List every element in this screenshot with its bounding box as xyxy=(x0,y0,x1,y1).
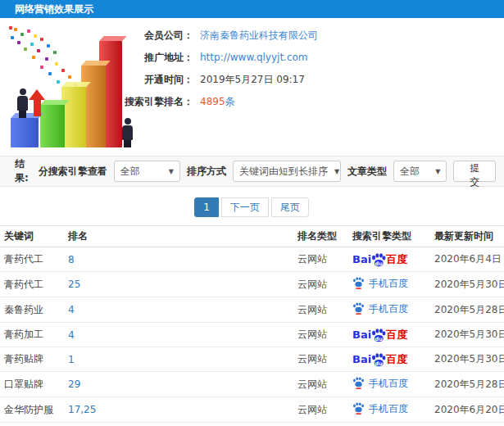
table-row: 膏药代工 8 云网站 Bai du 百度 2020年6月4日 11:15 xyxy=(0,247,504,272)
rank-type-cell: 云网站 xyxy=(293,323,348,347)
baidu-logo-bai-text: Bai xyxy=(352,354,371,365)
article-type-label: 文章类型 xyxy=(347,165,387,179)
page-button-current[interactable]: 1 xyxy=(194,197,219,217)
baidu-logo: Bai du 百度 xyxy=(352,253,407,265)
header-rank: 排名 xyxy=(64,226,293,247)
rank-link[interactable]: 4 xyxy=(68,329,75,341)
rank-type-cell: 云网站 xyxy=(293,397,348,423)
mobile-baidu-logo: 手机百度 xyxy=(352,302,408,315)
keyword-cell: 膏药贴牌 xyxy=(0,347,64,372)
baidu-logo-bai-text: Bai xyxy=(352,329,371,340)
company-label: 会员公司： xyxy=(0,29,193,52)
rank-count-value: 4895 xyxy=(200,96,225,107)
table-row: 口罩贴牌 29 云网站 手机百度 2020年5月28日 16:55 xyxy=(0,372,504,397)
sort-filter-label: 排序方式 xyxy=(187,165,226,179)
engine-cell: 手机百度 xyxy=(348,272,430,297)
mobile-baidu-label: 手机百度 xyxy=(369,304,408,314)
mobile-baidu-label: 手机百度 xyxy=(369,404,408,414)
article-type-select[interactable]: 全部 ▼ xyxy=(393,161,447,182)
svg-text:du: du xyxy=(375,261,384,267)
chevron-down-icon: ▼ xyxy=(429,168,440,175)
baidu-logo-cn-text: 百度 xyxy=(386,354,407,365)
keyword-cell: 福建防护服 xyxy=(0,423,64,426)
update-time-cell: 2020年6月4日 11:10 xyxy=(430,423,504,426)
rank-type-cell: 云网站 xyxy=(293,347,348,372)
update-time-cell: 2020年5月28日 17:02 xyxy=(430,297,504,323)
baidu-paw-icon: du xyxy=(370,253,386,267)
engine-cell: 手机百度 xyxy=(348,297,430,323)
info-row-url: 推广地址： http://www.qlyyjt.com xyxy=(0,52,504,74)
update-time-cell: 2020年5月28日 16:55 xyxy=(430,372,504,397)
table-row: 膏药加工 4 云网站 Bai du 百度 2020年5月30日 18:03 xyxy=(0,323,504,347)
table-row: 膏药贴牌 1 云网站 Bai du 百度 2020年5月30日 17:58 xyxy=(0,347,504,372)
member-info-section: 会员公司： 济南秦鲁药业科技有限公司 推广地址： http://www.qlyy… xyxy=(0,18,504,156)
update-time-cell: 2020年6月4日 11:15 xyxy=(430,247,504,272)
engine-cell: 手机百度 xyxy=(348,397,430,423)
mobile-baidu-paw-icon xyxy=(352,377,365,389)
update-time-cell: 2020年5月30日 18:06 xyxy=(430,272,504,297)
mobile-baidu-paw-icon xyxy=(352,302,365,315)
baidu-logo: Bai du 百度 xyxy=(352,353,407,365)
sort-order-select[interactable]: 关键词由短到长排序 ▼ xyxy=(233,161,341,182)
up-arrow-icon xyxy=(29,89,45,116)
engine-cell: 手机百度 xyxy=(348,423,430,426)
engine-filter-label: 分搜索引擎查看 xyxy=(39,165,107,179)
table-row: 福建防护服 10 云网站 手机百度 2020年6月4日 11:10 xyxy=(0,423,504,426)
last-page-button[interactable]: 尾页 xyxy=(271,197,309,217)
pagination: 1 下一页 尾页 xyxy=(0,187,504,225)
promo-url-link[interactable]: http://www.qlyyjt.com xyxy=(200,52,308,74)
baidu-logo-cn-text: 百度 xyxy=(386,254,407,265)
baidu-paw-icon: du xyxy=(370,353,386,367)
rank-type-cell: 云网站 xyxy=(293,423,348,426)
table-row: 金华防护服 17,25 云网站 手机百度 2020年6月20日 09:25 xyxy=(0,397,504,423)
header-keyword: 关键词 xyxy=(0,226,64,247)
table-row: 秦鲁药业 4 云网站 手机百度 2020年5月28日 17:02 xyxy=(0,297,504,323)
rank-link[interactable]: 25 xyxy=(68,279,80,290)
rank-type-cell: 云网站 xyxy=(293,247,348,272)
table-header-row: 关键词 排名 排名类型 搜索引擎类型 最新更新时间 xyxy=(0,226,504,247)
rank-count-unit: 条 xyxy=(225,96,235,107)
rank-link[interactable]: 17,25 xyxy=(68,404,96,415)
mobile-baidu-label: 手机百度 xyxy=(369,279,408,288)
baidu-logo-cn-text: 百度 xyxy=(386,329,407,340)
update-time-cell: 2020年5月30日 18:03 xyxy=(430,323,504,347)
baidu-paw-icon: du xyxy=(370,329,386,342)
rank-link[interactable]: 29 xyxy=(68,378,80,390)
header-engine-type: 搜索引擎类型 xyxy=(348,226,430,247)
engine-filter-select[interactable]: 全部 ▼ xyxy=(114,161,180,182)
header-rank-type: 排名类型 xyxy=(293,226,348,247)
page-title: 网络营销效果展示 xyxy=(0,0,504,18)
keyword-cell: 秦鲁药业 xyxy=(0,297,64,323)
rank-type-cell: 云网站 xyxy=(293,272,348,297)
mobile-baidu-logo: 手机百度 xyxy=(352,402,408,415)
engine-cell: Bai du 百度 xyxy=(348,247,430,272)
mobile-baidu-paw-icon xyxy=(352,277,365,289)
results-table: 关键词 排名 排名类型 搜索引擎类型 最新更新时间 膏药代工 8 云网站 Bai… xyxy=(0,225,504,426)
results-table-body: 膏药代工 8 云网站 Bai du 百度 2020年6月4日 11:15 膏药代… xyxy=(0,247,504,426)
svg-text:du: du xyxy=(375,360,384,367)
chart-bar-blue xyxy=(11,118,39,147)
mobile-baidu-logo: 手机百度 xyxy=(352,277,408,289)
next-page-button[interactable]: 下一页 xyxy=(221,197,269,217)
svg-text:du: du xyxy=(375,336,384,342)
info-row-company: 会员公司： 济南秦鲁药业科技有限公司 xyxy=(0,29,504,52)
keyword-cell: 膏药代工 xyxy=(0,247,64,272)
keyword-cell: 膏药代工 xyxy=(0,272,64,297)
open-time-value: 2019年5月27日 09:17 xyxy=(200,74,305,96)
company-name-link[interactable]: 济南秦鲁药业科技有限公司 xyxy=(200,29,318,52)
keyword-cell: 金华防护服 xyxy=(0,397,64,423)
table-row: 膏药代工 25 云网站 手机百度 2020年5月30日 18:06 xyxy=(0,272,504,297)
keyword-cell: 膏药加工 xyxy=(0,323,64,347)
chevron-down-icon: ▼ xyxy=(328,168,339,175)
update-time-cell: 2020年6月20日 09:25 xyxy=(430,397,504,423)
engine-cell: Bai du 百度 xyxy=(348,323,430,347)
chart-bar-yellow xyxy=(61,87,86,147)
rank-link[interactable]: 8 xyxy=(68,254,75,265)
submit-button[interactable]: 提交 xyxy=(453,161,496,182)
mobile-baidu-label: 手机百度 xyxy=(369,378,408,388)
rank-link[interactable]: 1 xyxy=(68,354,75,365)
businessman-figure-left xyxy=(17,88,28,118)
mobile-baidu-paw-icon xyxy=(352,402,365,415)
rank-link[interactable]: 4 xyxy=(68,304,75,315)
businessman-figure-right xyxy=(122,118,133,147)
